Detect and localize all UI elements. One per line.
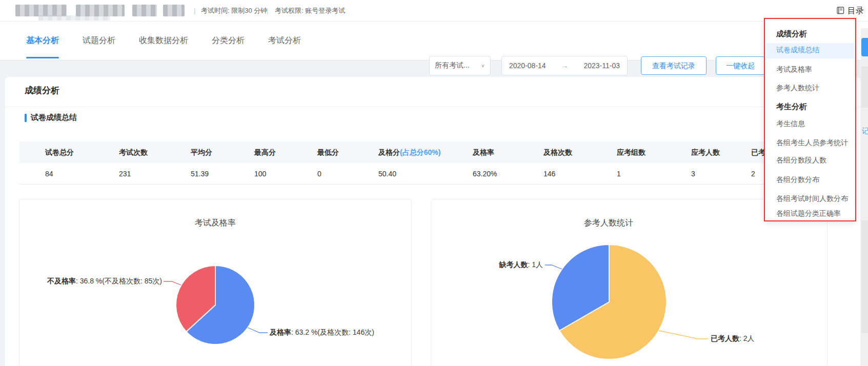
censored-title-block xyxy=(15,5,67,16)
cutoff-blue-button[interactable] xyxy=(861,38,868,56)
table-value-cell: 231 xyxy=(119,163,131,185)
pass-score-note: (占总分60%) xyxy=(400,148,440,156)
table-value-cell: 3 xyxy=(691,163,695,185)
exam-time-info: 考试时间: 限制30 分钟 xyxy=(201,0,267,22)
catalog-group-title: 考生分析 xyxy=(776,102,807,112)
header-separator: | xyxy=(267,0,268,22)
catalog-panel: 成绩分析试卷成绩总结考试及格率参考人数统计考生分析考生信息各组考生人员参考统计各… xyxy=(764,18,856,221)
date-range-input[interactable]: 2020-08-14 → 2023-11-03 xyxy=(501,56,628,75)
right-strip-segment xyxy=(861,220,868,333)
label-leader-line xyxy=(164,281,181,285)
section-title: 成绩分析 xyxy=(25,85,59,96)
catalog-item[interactable]: 考生信息 xyxy=(776,119,805,129)
pie-chart-svg xyxy=(431,199,827,366)
table-header-cell: 考试次数 xyxy=(119,141,148,163)
chevron-down-icon: ∨ xyxy=(481,63,485,68)
table-header-cell: 应考组数 xyxy=(617,141,645,163)
exam-select-value: 所有考试... xyxy=(435,61,470,70)
table-value-cell: 51.39 xyxy=(191,163,209,185)
pass-rate-chart-card: 考试及格率不及格率: 36.8 %(不及格次数: 85次)及格率: 63.2 %… xyxy=(19,199,412,366)
catalog-item[interactable]: 各组考生人员参考统计 xyxy=(776,138,848,148)
date-end-value: 2023-11-03 xyxy=(583,62,620,70)
exam-select[interactable]: 所有考试... ∨ xyxy=(429,56,491,75)
cutoff-link-fragment: 记 xyxy=(862,126,868,135)
section-divider xyxy=(5,107,860,107)
table-value-cell: 0 xyxy=(317,163,321,185)
tab-4[interactable]: 分类分析 xyxy=(212,23,245,58)
label-leader-line xyxy=(659,331,708,339)
date-start-value: 2020-08-14 xyxy=(509,62,546,70)
tab-3[interactable]: 收集数据分析 xyxy=(139,23,188,58)
tab-1[interactable]: 基本分析 xyxy=(26,23,59,58)
view-exam-records-button[interactable]: 查看考试记录 xyxy=(641,56,706,75)
catalog-item[interactable]: 试卷成绩总结 xyxy=(776,46,819,55)
participation-chart-card: 参考人数统计缺考人数: 1人已考人数: 2人 xyxy=(431,199,827,366)
blue-bar-icon xyxy=(25,114,27,122)
exam-analysis-page: | 考试时间: 限制30 分钟 | 考试权限: 账号登录考试 目录 基本分析试题… xyxy=(0,0,868,366)
censored-subtitle-block xyxy=(38,15,110,21)
table-header-cell: 最低分 xyxy=(317,141,339,163)
catalog-item[interactable]: 各组考试时间人数分布 xyxy=(776,194,848,204)
tab-toolbar-band: 基本分析试题分析收集数据分析分类分析考试分析 所有考试... ∨ 2020-08… xyxy=(0,22,868,60)
table-header-cell: 及格率 xyxy=(473,141,494,163)
collapse-all-button[interactable]: 一键收起 xyxy=(716,56,765,75)
exam-permission-info: 考试权限: 账号登录考试 xyxy=(275,0,345,22)
censored-title-block xyxy=(76,5,125,16)
catalog-item[interactable]: 各组分数分布 xyxy=(776,175,819,185)
table-value-cell: 2 xyxy=(751,163,755,185)
right-strip-segment xyxy=(861,67,868,108)
catalog-item[interactable]: 各组分数段人数 xyxy=(776,156,826,165)
table-header-cell: 应考人数 xyxy=(691,141,720,163)
label-leader-line xyxy=(545,265,562,269)
table-value-cell: 84 xyxy=(45,163,53,185)
analysis-tabs: 基本分析试题分析收集数据分析分类分析考试分析 xyxy=(26,22,301,60)
table-header-cell: 试卷总分 xyxy=(45,141,74,163)
label-leader-line xyxy=(248,328,268,333)
tab-2[interactable]: 试题分析 xyxy=(83,23,115,58)
catalog-item[interactable]: 各组试题分类正确率 xyxy=(776,209,841,218)
table-value-cell: 146 xyxy=(543,163,555,185)
table-value-cell: 63.20% xyxy=(473,163,497,185)
header-separator: | xyxy=(194,0,195,22)
main-content-card: 成绩分析 试卷成绩总结 试卷总分考试次数平均分最高分最低分及格分(占总分60%)… xyxy=(5,77,860,366)
tab-5[interactable]: 考试分析 xyxy=(268,23,301,58)
table-header-cell: 最高分 xyxy=(254,141,276,163)
date-range-arrow-icon: → xyxy=(561,62,569,70)
top-header: | 考试时间: 限制30 分钟 | 考试权限: 账号登录考试 目录 xyxy=(0,0,868,22)
catalog-item[interactable]: 考试及格率 xyxy=(776,65,812,74)
table-value-cell: 100 xyxy=(254,163,266,185)
table-header-cell: 平均分 xyxy=(191,141,212,163)
table-value-cell: 50.40 xyxy=(378,163,396,185)
catalog-label: 目录 xyxy=(847,6,864,16)
subsection-title: 试卷成绩总结 xyxy=(31,113,77,123)
catalog-item[interactable]: 参考人数统计 xyxy=(776,84,819,93)
subsection-header: 试卷成绩总结 xyxy=(25,113,77,123)
catalog-group-title: 成绩分析 xyxy=(776,29,807,39)
table-header-cell: 及格分(占总分60%) xyxy=(378,141,440,163)
summary-table-header: 试卷总分考试次数平均分最高分最低分及格分(占总分60%)及格率及格次数应考组数应… xyxy=(19,141,846,163)
table-header-cell: 及格次数 xyxy=(543,141,572,163)
censored-title-block xyxy=(132,5,157,16)
summary-table-row: 8423151.39100050.4063.20%146132 xyxy=(19,163,846,185)
book-icon xyxy=(836,7,845,15)
pie-chart-svg xyxy=(19,199,411,366)
table-value-cell: 1 xyxy=(617,163,621,185)
censored-title-block xyxy=(163,5,185,16)
